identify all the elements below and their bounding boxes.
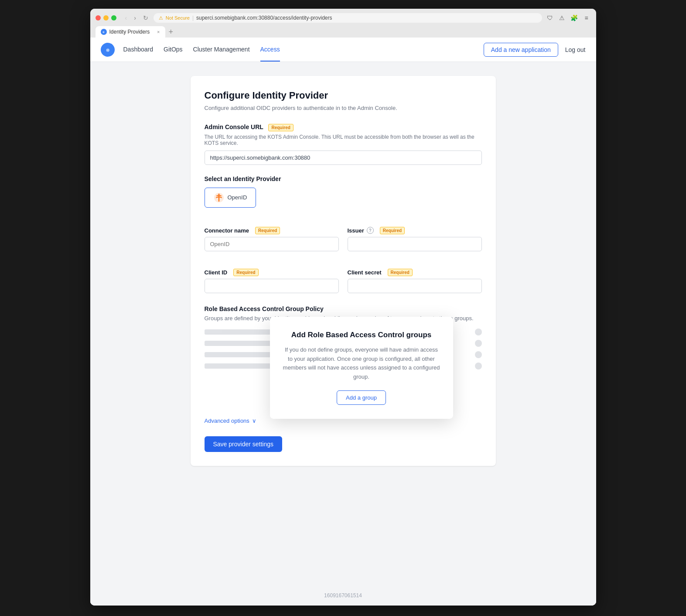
identity-provider-section: Select an Identity Provider bbox=[205, 175, 482, 208]
tab-title: Identity Providers bbox=[109, 29, 150, 35]
client-id-required-badge: Required bbox=[233, 269, 258, 276]
connector-name-label: Connector name Required bbox=[205, 227, 339, 234]
rbac-table-wrap: Add Role Based Access Control groups If … bbox=[205, 329, 482, 407]
connector-name-required-badge: Required bbox=[255, 227, 280, 234]
warning-icon: ⚠ bbox=[159, 15, 163, 21]
client-id-input[interactable] bbox=[205, 279, 339, 293]
alert-icon: ⚠ bbox=[558, 14, 567, 22]
menu-icon[interactable]: ≡ bbox=[582, 14, 591, 22]
version-label: 1609167061514 bbox=[324, 592, 362, 599]
provider-options: OpenID bbox=[205, 188, 482, 208]
minimize-traffic-light[interactable] bbox=[103, 15, 109, 21]
admin-console-url-section: Admin Console URL Required The URL for a… bbox=[205, 123, 482, 165]
nav-logo: ⎈ bbox=[101, 43, 115, 57]
save-provider-settings-button[interactable]: Save provider settings bbox=[205, 436, 283, 452]
page-subtitle: Configure additional OIDC providers to a… bbox=[205, 105, 482, 111]
tab-close-button[interactable]: × bbox=[157, 29, 160, 34]
footer-version: 1609167061514 bbox=[90, 585, 596, 606]
rbac-modal: Add Role Based Access Control groups If … bbox=[270, 317, 453, 419]
chevron-down-icon: ∨ bbox=[252, 418, 256, 424]
admin-console-url-required-badge: Required bbox=[268, 124, 293, 131]
back-button[interactable]: ‹ bbox=[123, 14, 129, 22]
nav-links: Dashboard GitOps Cluster Management Acce… bbox=[123, 38, 484, 62]
logout-button[interactable]: Log out bbox=[565, 46, 586, 53]
forward-button[interactable]: › bbox=[132, 14, 138, 22]
issuer-input[interactable] bbox=[348, 237, 482, 251]
close-traffic-light[interactable] bbox=[96, 15, 101, 21]
nav-link-cluster-management[interactable]: Cluster Management bbox=[193, 38, 250, 62]
rbac-label: Role Based Access Control Group Policy bbox=[205, 305, 482, 312]
maximize-traffic-light[interactable] bbox=[111, 15, 116, 21]
issuer-label: Issuer ? Required bbox=[348, 227, 482, 234]
form-card: Configure Identity Provider Configure ad… bbox=[191, 76, 496, 466]
rbac-section: Role Based Access Control Group Policy G… bbox=[205, 305, 482, 407]
client-id-field: Client ID Required bbox=[205, 269, 339, 293]
nav-link-access[interactable]: Access bbox=[260, 38, 280, 62]
connector-name-input[interactable] bbox=[205, 237, 339, 251]
tabs-bar: ⎈ Identity Providers × + bbox=[96, 26, 591, 38]
issuer-help-icon[interactable]: ? bbox=[367, 227, 374, 234]
admin-console-url-description: The URL for accessing the KOTS Admin Con… bbox=[205, 134, 482, 146]
provider-option-openid-label: OpenID bbox=[228, 194, 247, 201]
issuer-field: Issuer ? Required bbox=[348, 227, 482, 251]
address-url: superci.somebigbank.com:30880/access/ide… bbox=[196, 15, 537, 21]
browser-actions: 🛡 ⚠ 🧩 ≡ bbox=[546, 14, 591, 22]
app-container: ⎈ Dashboard GitOps Cluster Management Ac… bbox=[90, 38, 596, 606]
connector-name-field: Connector name Required bbox=[205, 227, 339, 251]
nav-actions: Add a new application Log out bbox=[484, 43, 586, 57]
browser-chrome: ‹ › ↻ ⚠ Not Secure | superci.somebigbank… bbox=[90, 9, 596, 38]
modal-description: If you do not define groups, everyone wi… bbox=[282, 346, 441, 382]
add-new-application-button[interactable]: Add a new application bbox=[484, 43, 558, 57]
advanced-options-label: Advanced options bbox=[205, 418, 249, 424]
traffic-lights bbox=[96, 15, 116, 21]
clientid-secret-row: Client ID Required Client secret Require… bbox=[205, 260, 482, 293]
admin-console-url-label: Admin Console URL Required bbox=[205, 123, 482, 131]
main-content: Configure Identity Provider Configure ad… bbox=[90, 62, 596, 585]
page-title: Configure Identity Provider bbox=[205, 90, 482, 101]
extension-icon: 🧩 bbox=[570, 14, 579, 22]
nav-link-dashboard[interactable]: Dashboard bbox=[123, 38, 154, 62]
issuer-required-badge: Required bbox=[380, 227, 405, 234]
new-tab-button[interactable]: + bbox=[167, 27, 175, 37]
shield-icon: 🛡 bbox=[546, 14, 554, 22]
browser-controls: ‹ › ↻ ⚠ Not Secure | superci.somebigbank… bbox=[96, 13, 591, 23]
provider-option-openid[interactable]: OpenID bbox=[205, 188, 256, 208]
tab-favicon: ⎈ bbox=[101, 29, 107, 35]
connector-issuer-row: Connector name Required Issuer ? Require… bbox=[205, 218, 482, 251]
not-secure-label: Not Secure bbox=[166, 15, 190, 21]
client-id-label: Client ID Required bbox=[205, 269, 339, 276]
admin-console-url-input[interactable] bbox=[205, 151, 482, 165]
openid-logo bbox=[214, 192, 224, 203]
client-secret-required-badge: Required bbox=[388, 269, 413, 276]
client-secret-field: Client secret Required bbox=[348, 269, 482, 293]
modal-title: Add Role Based Access Control groups bbox=[282, 331, 441, 339]
address-divider: | bbox=[192, 15, 194, 21]
identity-provider-label: Select an Identity Provider bbox=[205, 175, 482, 182]
reload-button[interactable]: ↻ bbox=[141, 14, 150, 22]
client-secret-label: Client secret Required bbox=[348, 269, 482, 276]
client-secret-input[interactable] bbox=[348, 279, 482, 293]
browser-window: ‹ › ↻ ⚠ Not Secure | superci.somebigbank… bbox=[90, 9, 596, 606]
browser-tab-identity-providers[interactable]: ⎈ Identity Providers × bbox=[96, 26, 165, 38]
add-group-button[interactable]: Add a group bbox=[337, 390, 386, 405]
nav-bar: ⎈ Dashboard GitOps Cluster Management Ac… bbox=[90, 38, 596, 62]
nav-link-gitops[interactable]: GitOps bbox=[164, 38, 183, 62]
